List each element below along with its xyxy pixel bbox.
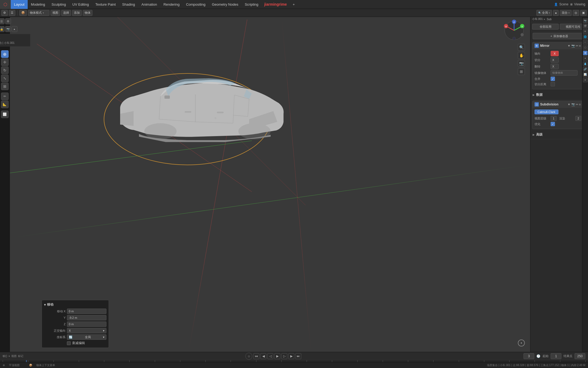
filter-btn[interactable]: ⚙ [1,10,8,16]
blend-btn[interactable]: 混合 ▾ [560,10,572,16]
menu-item-shading[interactable]: Shading [119,0,138,9]
blender-logo[interactable]: ⬡ [0,0,11,9]
tool-icon-render[interactable]: 📷 [5,26,11,32]
tool-measure[interactable]: 📐 [1,101,9,108]
zoom-in-btn[interactable]: 🔍 [518,44,525,51]
play-btn[interactable]: ▶ [274,353,280,359]
hand-btn[interactable]: ✋ [518,52,525,59]
strip-particle-icon[interactable]: ✦ [583,56,588,61]
axis-x-btn[interactable]: X [551,51,559,56]
subd-eye[interactable]: ▼ [568,103,571,106]
add-modifier-btn[interactable]: + 添加修改器 [533,33,586,39]
subd-edit[interactable]: ✏ [576,103,578,106]
menu-item-scripting[interactable]: Scripting [242,0,262,9]
start-frame[interactable]: 1 [551,353,561,359]
mirror-render[interactable]: 📷 [571,44,575,48]
overlay-btn[interactable]: ◎ [573,10,579,16]
svg-marker-11 [227,102,230,106]
menu-item-uv-editing[interactable]: UV Editing [69,0,92,9]
flip-x-btn[interactable]: X [551,64,559,69]
move-y-value[interactable]: -9.2 m [67,315,106,320]
tool-icon-select[interactable]: ☰ [0,18,5,24]
move-x-value[interactable]: 0 m [67,309,106,314]
prev-key-btn[interactable]: ◁ [267,353,273,359]
tool-rotate[interactable]: ↻ [1,66,9,74]
view-btn[interactable]: 视图 [51,10,60,16]
camera-btn[interactable]: 📷 [518,60,525,67]
tool-icon-filter[interactable]: ⚙ [5,18,11,24]
menu-item-rendering[interactable]: Rendering [160,0,183,9]
menu-item-modeling[interactable]: Modeling [28,0,48,9]
view-levels-value[interactable]: 1 [551,116,557,121]
data-section-header[interactable]: ▶ 数据 [533,92,586,98]
tool-move[interactable]: ✛ [1,58,9,66]
next-frame-btn[interactable]: ▶ [288,353,294,359]
display-btn[interactable]: ☰ [9,10,15,16]
subd-render[interactable]: 📷 [571,103,575,106]
mode-dropdown[interactable]: 物体模式 ▾ [28,10,49,16]
bisect-x-btn[interactable]: X [551,57,559,63]
apply-all-btn[interactable]: 全部应用 [532,24,559,30]
move-collapse-arrow[interactable]: ▾ [44,303,46,307]
object-btn[interactable]: 物体 [83,10,92,16]
prev-frame-btn[interactable]: ◀ [260,353,266,359]
merge-checkbox[interactable]: ✓ [551,77,555,81]
catmull-clark-btn[interactable]: Catmull-Clark [535,109,558,114]
end-frame[interactable]: 250 [575,353,585,359]
strip-scene-icon[interactable]: 🌐 [583,34,588,39]
next-key-btn[interactable]: ▷ [281,353,287,359]
tool-transform[interactable]: ⊞ [1,83,9,90]
strip-view-icon[interactable]: 👁 [583,29,588,34]
strip-obj-icon[interactable]: ⬡ [583,45,588,50]
xray-btn[interactable]: ▣ [580,10,587,16]
mirror-obj-input[interactable]: 镜像物体 [551,70,578,76]
add-btn[interactable]: 添加 [72,10,82,16]
strip-constraint-icon[interactable]: 🔗 [583,67,588,72]
mirror-eye[interactable]: ▼ [568,44,571,48]
subd-menu[interactable]: ≡ [579,103,581,106]
fps-dropdown[interactable]: ▾ [9,355,10,358]
clipping-checkbox[interactable] [551,82,555,86]
tool-scale[interactable]: ⤡ [1,75,9,82]
marks-label[interactable]: 标记 [18,354,23,358]
menu-item-animation[interactable]: Animation [138,0,160,9]
skip-start-btn[interactable]: ⏮ [253,353,259,359]
view-label[interactable]: 视图 [11,354,17,358]
tool-icon-restrict[interactable]: 🔒 [0,26,5,32]
nav-gizmo[interactable]: Z Y X [503,20,525,41]
tool-cursor[interactable]: ⊕ [1,50,9,58]
skip-end-btn[interactable]: ⏭ [295,353,301,359]
render-value[interactable]: 2 [575,116,581,121]
menu-item-layout[interactable]: Layout [11,0,28,9]
grid-btn[interactable]: ⊞ [518,68,525,75]
tool-icon-scene[interactable]: ● [12,26,17,32]
view-all-btn[interactable]: 🔍 全局 ▾ [536,10,552,16]
coord-dropdown[interactable]: 🔄 全局 ▾ [67,334,106,340]
local-icon[interactable]: 📦 [19,10,27,16]
shading-btn[interactable]: ● [553,10,559,16]
tool-annotate[interactable]: ✏ [1,93,9,100]
mirror-menu[interactable]: ≡ [579,44,581,48]
strip-physics-icon[interactable]: 💧 [583,61,588,66]
strip-world-icon[interactable]: ○ [583,40,588,45]
strip-output-icon[interactable]: 🎬 [583,24,588,29]
move-z-value[interactable]: 0 m [67,321,106,327]
mirror-edit[interactable]: ✏ [576,44,578,48]
strip-render-icon[interactable]: 📷 [583,18,588,23]
menu-item-sculpting[interactable]: Sculpting [48,0,69,9]
menu-item-geometry-nodes[interactable]: Geometry Nodes [209,0,241,9]
advanced-section-header[interactable]: ▶ 高级 [533,132,586,137]
menu-item-texture-paint[interactable]: Texture Paint [92,0,119,9]
menu-item-compositing[interactable]: Compositing [183,0,209,9]
optimize-checkbox[interactable]: ✓ [551,122,555,126]
falloff-checkbox[interactable] [67,341,71,345]
tool-add[interactable]: ⬜ [1,111,9,118]
current-frame[interactable]: 3 [524,353,534,359]
orientation-dropdown[interactable]: X ▾ [67,328,106,333]
strip-data-icon[interactable]: 📊 [583,72,588,77]
stop-btn[interactable]: ○ [245,353,252,360]
menu-plus[interactable]: + [289,0,298,9]
strip-modifier-icon[interactable]: ⚙ [583,51,588,55]
select-btn[interactable]: 选择 [61,10,71,16]
strip-material-icon[interactable]: ● [583,77,588,82]
